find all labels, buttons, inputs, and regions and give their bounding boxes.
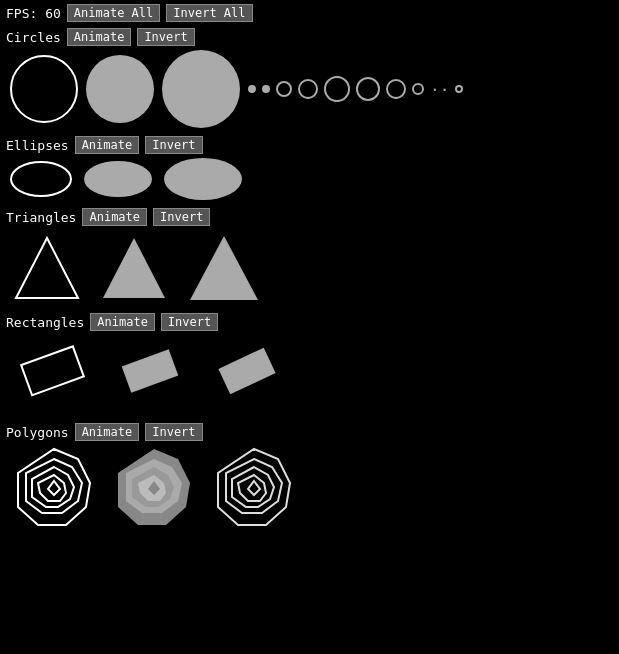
ellipse-gray-large bbox=[164, 158, 242, 200]
svg-marker-10 bbox=[48, 481, 60, 495]
svg-rect-4 bbox=[122, 349, 179, 392]
polygons-header: Polygons Animate Invert bbox=[6, 423, 613, 441]
svg-marker-2 bbox=[190, 236, 258, 300]
svg-marker-1 bbox=[103, 238, 165, 298]
svg-marker-20 bbox=[248, 481, 260, 495]
circles-animate-button[interactable]: Animate bbox=[67, 28, 132, 46]
circle-outline bbox=[10, 55, 78, 123]
ellipses-invert-button[interactable]: Invert bbox=[145, 136, 202, 154]
ellipses-animate-button[interactable]: Animate bbox=[75, 136, 140, 154]
rectangles-section: Rectangles Animate Invert bbox=[0, 311, 619, 421]
small-circle-9 bbox=[455, 85, 463, 93]
ellipses-header: Ellipses Animate Invert bbox=[6, 136, 613, 154]
circles-row: ·· bbox=[6, 50, 613, 128]
rectangles-label: Rectangles bbox=[6, 315, 84, 330]
ellipsis-1: ·· bbox=[430, 80, 449, 99]
svg-rect-5 bbox=[218, 348, 275, 395]
triangles-invert-button[interactable]: Invert bbox=[153, 208, 210, 226]
polygons-invert-button[interactable]: Invert bbox=[145, 423, 202, 441]
rectangles-invert-button[interactable]: Invert bbox=[161, 313, 218, 331]
svg-rect-3 bbox=[21, 346, 84, 395]
polygons-label: Polygons bbox=[6, 425, 69, 440]
triangles-label: Triangles bbox=[6, 210, 76, 225]
rectangles-animate-button[interactable]: Animate bbox=[90, 313, 155, 331]
triangle-gray-medium bbox=[97, 230, 172, 305]
ellipse-outline bbox=[10, 161, 72, 197]
rects-row bbox=[6, 335, 613, 415]
rect-gray-large bbox=[204, 335, 289, 415]
triangles-section: Triangles Animate Invert bbox=[0, 206, 619, 311]
small-circle-4 bbox=[298, 79, 318, 99]
circle-gray-medium bbox=[86, 55, 154, 123]
small-circle-8 bbox=[412, 83, 424, 95]
fps-display: FPS: 60 bbox=[6, 6, 61, 21]
ellipses-row bbox=[6, 158, 613, 200]
circles-section: Circles Animate Invert ·· bbox=[0, 26, 619, 134]
svg-marker-19 bbox=[238, 475, 266, 501]
polygons-animate-button[interactable]: Animate bbox=[75, 423, 140, 441]
animate-all-button[interactable]: Animate All bbox=[67, 4, 160, 22]
small-circle-6 bbox=[356, 77, 380, 101]
small-circle-3 bbox=[276, 81, 292, 97]
small-circle-5 bbox=[324, 76, 350, 102]
ellipse-gray-medium bbox=[84, 161, 152, 197]
polygon-nested-outline bbox=[10, 445, 98, 533]
circle-gray-large bbox=[162, 50, 240, 128]
small-circle-1 bbox=[248, 85, 256, 93]
circles-label: Circles bbox=[6, 30, 61, 45]
rect-gray-medium bbox=[107, 335, 192, 415]
circles-invert-button[interactable]: Invert bbox=[137, 28, 194, 46]
invert-all-button[interactable]: Invert All bbox=[166, 4, 252, 22]
ellipses-label: Ellipses bbox=[6, 138, 69, 153]
top-bar: FPS: 60 Animate All Invert All bbox=[0, 0, 619, 26]
small-circle-2 bbox=[262, 85, 270, 93]
svg-marker-9 bbox=[38, 475, 66, 501]
svg-marker-0 bbox=[16, 238, 78, 298]
ellipses-section: Ellipses Animate Invert bbox=[0, 134, 619, 206]
triangles-animate-button[interactable]: Animate bbox=[82, 208, 147, 226]
polygon-gray-filled bbox=[110, 445, 198, 533]
circles-header: Circles Animate Invert bbox=[6, 28, 613, 46]
small-circle-7 bbox=[386, 79, 406, 99]
polygon-outline-dark bbox=[210, 445, 298, 533]
rectangles-header: Rectangles Animate Invert bbox=[6, 313, 613, 331]
small-circles: ·· bbox=[248, 76, 463, 102]
triangle-gray-large bbox=[184, 230, 264, 305]
triangle-outline bbox=[10, 230, 85, 305]
polygons-row bbox=[6, 445, 613, 533]
triangles-row bbox=[6, 230, 613, 305]
rect-outline bbox=[10, 335, 95, 415]
triangles-header: Triangles Animate Invert bbox=[6, 208, 613, 226]
polygons-section: Polygons Animate Invert bbox=[0, 421, 619, 539]
